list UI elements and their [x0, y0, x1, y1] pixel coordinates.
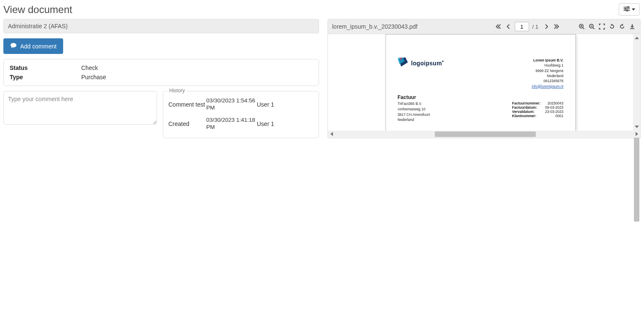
history-row: Comment test 03/30/2023 1:54:56 PM User … — [168, 95, 314, 114]
invoice-logo: logoipsum• — [398, 57, 444, 67]
vertical-scrollbar[interactable] — [633, 34, 640, 131]
page-number-input[interactable] — [515, 22, 529, 31]
invoice-meta: Factuurnummer:20230043 Factuurdatum:09-0… — [512, 101, 564, 118]
caret-down-icon — [632, 8, 635, 11]
svg-point-5 — [627, 10, 628, 11]
add-comment-button[interactable]: Add comment — [3, 38, 63, 54]
prev-page-button[interactable] — [505, 23, 512, 30]
history-user: User 1 — [257, 121, 274, 127]
scroll-up-icon[interactable] — [633, 34, 640, 41]
add-comment-label: Add comment — [20, 43, 56, 50]
page-total-label: / 1 — [532, 24, 538, 30]
fullscreen-button[interactable] — [598, 23, 606, 30]
pdf-page: logoipsum• Lorem Ipsum B.V. Hoofdweg 1 9… — [386, 34, 576, 131]
svg-line-7 — [583, 28, 584, 29]
comment-icon — [10, 43, 17, 50]
administration-bar: Administratie 2 (AFAS) — [3, 19, 319, 33]
zoom-in-button[interactable] — [578, 23, 585, 30]
first-page-button[interactable] — [495, 23, 502, 30]
bill-to-block: TriFact365 B.V. Arnhemseweg 10 3817 CH A… — [398, 101, 430, 123]
pdf-viewer-body: logoipsum• Lorem Ipsum B.V. Hoofdweg 1 9… — [327, 34, 641, 138]
svg-line-11 — [593, 28, 594, 29]
comment-input[interactable] — [3, 91, 157, 125]
history-time: 03/30/2023 1:54:56 PM — [206, 97, 257, 112]
history-time: 03/30/2023 1:41:18 PM — [206, 117, 257, 131]
vertical-scroll-thumb[interactable] — [634, 137, 639, 222]
zoom-out-button[interactable] — [588, 23, 596, 30]
horizontal-scroll-thumb[interactable] — [435, 131, 536, 137]
settings-button[interactable] — [619, 3, 640, 16]
scroll-left-icon[interactable] — [328, 131, 335, 138]
status-label: Status — [10, 64, 81, 71]
sliders-icon — [623, 6, 630, 13]
page-title: View document — [3, 4, 72, 16]
left-pane: Administratie 2 (AFAS) Add comment Statu… — [3, 19, 319, 138]
horizontal-scrollbar[interactable] — [328, 131, 640, 138]
next-page-button[interactable] — [543, 23, 550, 30]
status-value: Check — [81, 64, 98, 71]
svg-point-3 — [628, 7, 629, 8]
company-address: Lorem Ipsum B.V. Hoofdweg 1 9999 ZZ Nerg… — [532, 58, 563, 89]
company-email-link: info@loremipsum.nl — [532, 84, 563, 88]
scroll-right-icon[interactable] — [633, 131, 640, 138]
download-button[interactable] — [628, 23, 636, 30]
type-value: Purchase — [81, 74, 106, 80]
rotate-left-button[interactable] — [608, 23, 616, 30]
scroll-down-icon[interactable] — [633, 123, 640, 131]
pdf-filename: lorem_ipsum_b.v._20230043.pdf — [332, 23, 418, 30]
invoice-logo-text: logoipsum• — [411, 58, 444, 67]
pdf-toolbar: lorem_ipsum_b.v._20230043.pdf / 1 — [327, 19, 641, 34]
pdf-viewer-pane: lorem_ipsum_b.v._20230043.pdf / 1 logoip… — [327, 19, 641, 138]
rotate-right-button[interactable] — [618, 23, 626, 30]
history-card: History Comment test 03/30/2023 1:54:56 … — [163, 91, 319, 138]
history-row: Created 03/30/2023 1:41:18 PM User 1 — [168, 114, 314, 134]
document-info-card: Status Check Type Purchase — [3, 59, 319, 86]
pdf-canvas[interactable]: logoipsum• Lorem Ipsum B.V. Hoofdweg 1 9… — [328, 34, 633, 131]
history-event: Created — [168, 121, 206, 127]
history-user: User 1 — [257, 101, 274, 108]
history-legend: History — [168, 88, 186, 94]
last-page-button[interactable] — [553, 23, 560, 30]
type-label: Type — [10, 74, 81, 80]
invoice-title: Factuur — [398, 94, 416, 100]
history-event: Comment test — [168, 101, 206, 108]
svg-point-4 — [625, 8, 626, 10]
